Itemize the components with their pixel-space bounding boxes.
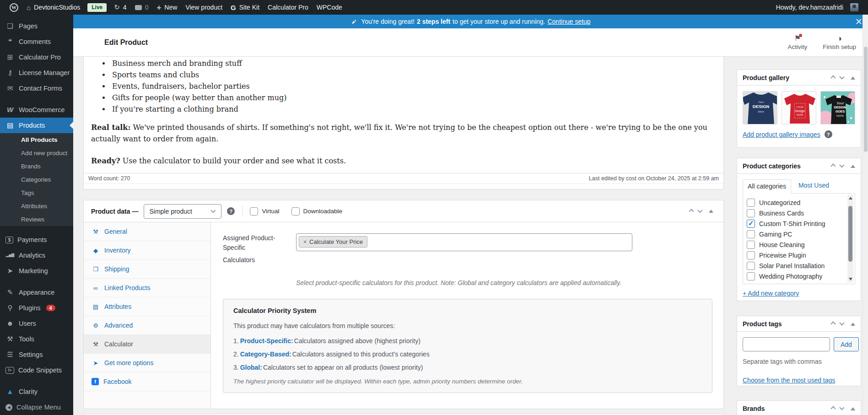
priority-type-link[interactable]: Global: (240, 364, 262, 371)
category-item[interactable]: House Cleaning (747, 239, 844, 250)
sidebar-item[interactable]: All Products (0, 133, 73, 146)
category-checkbox[interactable] (747, 241, 755, 249)
sidebar-item[interactable]: ⚷ License Manager (0, 65, 73, 81)
move-up-icon[interactable] (830, 163, 836, 168)
sidebar-item[interactable]: ❝ Comments (0, 34, 73, 49)
gallery-image-red-shirt[interactable]: YOUR Design HERE (782, 91, 816, 124)
category-checkbox[interactable] (747, 230, 755, 238)
downloadable-checkbox[interactable] (291, 207, 300, 216)
move-up-icon[interactable] (830, 321, 836, 326)
add-tag-button[interactable]: Add (834, 337, 859, 351)
calculators-select-field[interactable]: × Calculate Your Price (296, 233, 632, 251)
collapse-toggle-icon[interactable] (851, 165, 855, 168)
add-gallery-images-link[interactable]: Add product gallery images (743, 131, 820, 138)
comments-link[interactable]: 0 (131, 0, 153, 15)
category-item[interactable]: Business Cards (747, 208, 844, 218)
move-down-icon[interactable] (839, 405, 844, 410)
wpcode-menu[interactable]: WPCode (313, 0, 346, 15)
help-icon[interactable] (825, 130, 832, 138)
scrollbar-thumb[interactable] (848, 206, 852, 262)
continue-setup-link[interactable]: Continue setup (547, 18, 590, 25)
sidebar-item[interactable]: ⊞ Calculator Pro (0, 49, 73, 65)
sidebar-item[interactable]: Reviews (0, 213, 73, 226)
remove-token-icon[interactable]: × (303, 239, 307, 245)
sidebar-item[interactable]: Attributes (0, 199, 73, 213)
updates-link[interactable]: ↻ 4 (110, 0, 130, 15)
move-down-icon[interactable] (839, 162, 844, 167)
category-item[interactable]: Solar Panel Installation (747, 260, 844, 271)
scroll-down-icon[interactable] (849, 278, 852, 280)
category-checkbox[interactable] (747, 262, 755, 270)
scrollbar-thumb[interactable] (864, 47, 868, 152)
sidebar-item[interactable]: ☰ Settings (0, 347, 73, 362)
help-icon[interactable] (227, 207, 235, 215)
priority-type-link[interactable]: Category-Based: (240, 350, 291, 358)
product-data-tab[interactable]: ⚒ General (84, 222, 210, 241)
product-data-tab[interactable]: ⚒ Calculator (84, 335, 210, 354)
sidebar-item[interactable]: ➤ Marketing (0, 263, 73, 279)
sidebar-item[interactable]: ✎ Appearance (0, 285, 73, 300)
view-product-link[interactable]: View product (181, 0, 226, 15)
sidebar-item[interactable]: Categories (0, 173, 73, 186)
move-up-icon[interactable] (689, 209, 694, 214)
product-data-tab[interactable]: ⚙ Advanced (84, 316, 210, 335)
category-item[interactable]: Uncategorized (747, 197, 844, 208)
sidebar-item[interactable]: ◀ Collapse Menu (0, 399, 73, 415)
category-checkbox[interactable] (747, 272, 755, 280)
move-down-icon[interactable] (839, 320, 844, 325)
product-data-tab[interactable]: ➤ Get more options (84, 354, 210, 372)
sidebar-item[interactable]: Add new product (0, 146, 73, 160)
new-content-menu[interactable]: + New (152, 0, 181, 15)
sidebar-item[interactable]: ▤ Products (0, 118, 73, 133)
calculator-pro-menu[interactable]: Calculator Pro (264, 0, 313, 15)
virtual-checkbox[interactable] (250, 207, 258, 216)
page-scrollbar[interactable] (863, 15, 868, 415)
move-up-icon[interactable] (830, 406, 836, 411)
sidebar-item[interactable]: ☻ Users (0, 316, 73, 331)
sidebar-item[interactable]: /> Code Snippets (0, 362, 73, 378)
close-notice-icon[interactable] (856, 18, 862, 25)
product-data-tab[interactable]: ◆ Inventory (84, 241, 210, 260)
choose-most-used-tags-link[interactable]: Choose from the most used tags (743, 377, 835, 384)
tab-most-used[interactable]: Most Used (798, 182, 829, 193)
sidebar-item[interactable]: ▂▅▇ Analytics (0, 248, 73, 263)
category-checkbox[interactable] (747, 251, 755, 259)
product-data-tab[interactable]: ❒ Shipping (84, 260, 210, 279)
new-tag-input[interactable] (743, 337, 830, 351)
category-item[interactable]: Custom T-Shirt Printing (747, 218, 844, 229)
category-item[interactable]: Wedding Photography (747, 271, 844, 281)
categories-scrollbar[interactable] (847, 195, 853, 282)
category-item[interactable]: Gaming PC (747, 229, 844, 239)
sidebar-item[interactable]: $ Payments (0, 232, 73, 248)
product-data-tab[interactable]: f Facebook (84, 372, 210, 391)
move-up-icon[interactable] (830, 75, 836, 80)
wordpress-menu[interactable]: W (5, 0, 22, 15)
category-checkbox[interactable] (747, 220, 755, 228)
sidebar-item[interactable]: Brands (0, 160, 73, 173)
gallery-image-black-shirt[interactable]: Your DESIGN GOES HERE (820, 91, 855, 124)
category-checkbox[interactable] (747, 209, 755, 217)
add-new-category-link[interactable]: + Add new category (743, 290, 799, 297)
finish-setup-button[interactable]: ◑ Finish setup (823, 35, 856, 50)
sidebar-item[interactable]: ❏ Pages (0, 18, 73, 34)
site-name-link[interactable]: ⌂ DevtonicStudios (22, 0, 84, 15)
sidebar-item[interactable]: Tags (0, 186, 73, 199)
category-item[interactable]: Pricewise Plugin (747, 250, 844, 260)
site-kit-menu[interactable]: G Site Kit (226, 0, 264, 15)
sidebar-item[interactable]: ✉ Contact Forms (0, 81, 73, 96)
sidebar-item[interactable]: ▲ Clarity (0, 384, 73, 399)
product-data-tab[interactable]: ▤ Attributes (84, 297, 210, 316)
collapse-toggle-icon[interactable] (851, 323, 855, 326)
move-down-icon[interactable] (697, 208, 702, 213)
sidebar-item[interactable]: ⚲ Plugins 4 (0, 300, 73, 316)
editor-content[interactable]: Business merch and branding stuffSports … (84, 57, 723, 173)
account-menu[interactable]: Howdy, dev.hamzaafridi (772, 0, 863, 15)
priority-type-link[interactable]: Product-Specific: (240, 337, 293, 345)
category-checkbox[interactable] (747, 199, 755, 207)
move-down-icon[interactable] (839, 74, 844, 79)
collapse-toggle-icon[interactable] (851, 407, 855, 410)
product-type-select[interactable]: Simple product (144, 204, 221, 219)
sidebar-item[interactable]: W WooCommerce (0, 102, 73, 118)
gallery-image-navy-shirt[interactable]: Your DESIGN Here (743, 91, 777, 124)
collapse-toggle-icon[interactable] (851, 76, 855, 80)
